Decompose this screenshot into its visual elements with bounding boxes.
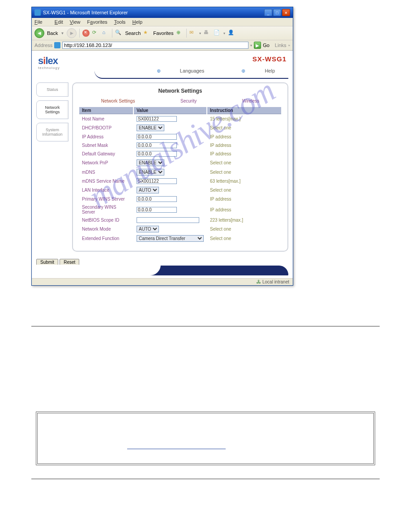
forward-button[interactable]: ► [67, 28, 77, 38]
table-row: Primary WINS ServerIP address [79, 195, 281, 203]
sidebar-item-status[interactable]: Status [36, 82, 68, 97]
field-instruction: 63 letters[max.] [207, 177, 281, 185]
field-instruction: IP address [207, 195, 281, 203]
field-value-cell [134, 216, 206, 224]
product-name: SX-WSG1 [253, 55, 287, 63]
media-icon[interactable]: ⊕ [176, 30, 184, 37]
field-input[interactable] [137, 217, 199, 223]
field-label: Network Mode [79, 225, 133, 233]
field-instruction: IP address [207, 142, 281, 149]
table-row: mDNSENABLESelect one [79, 168, 281, 176]
maximize-button[interactable]: □ [273, 9, 281, 16]
field-value-cell [134, 177, 206, 185]
settings-table: Item Value Instruction Host Name15 lette… [78, 106, 282, 244]
field-label: mDNS Service Name [79, 177, 133, 185]
toolbar: ◄ Back ▼ ► ⟳ ⌂ 🔍 Search ★ Favorites ⊕ ✉ … [32, 26, 293, 40]
info-underline [127, 449, 226, 449]
field-instruction: Select one [207, 159, 281, 167]
menu-view[interactable]: View [70, 19, 81, 25]
favorites-icon[interactable]: ★ [143, 30, 150, 37]
menu-edit[interactable]: Edit [55, 19, 63, 25]
field-value-cell [134, 204, 206, 215]
go-button[interactable]: ▶ [254, 42, 261, 49]
sidebar: Status Network Settings System Informati… [36, 82, 68, 252]
statusbar: 🖧 Local intranet [32, 278, 293, 285]
close-button[interactable]: ✕ [282, 9, 290, 16]
field-instruction: IP address [207, 204, 281, 215]
field-instruction: Select one [207, 124, 281, 132]
field-label: Primary WINS Server [79, 195, 133, 203]
footer-curve [36, 266, 288, 275]
zone-label: Local intranet [262, 279, 289, 284]
ie-icon [34, 9, 41, 16]
field-input[interactable] [137, 207, 177, 213]
field-label: Default Gateway [79, 150, 133, 158]
field-label: Host Name [79, 115, 133, 123]
field-label: LAN Interface [79, 186, 133, 194]
menubar: File Edit View Favorites Tools Help [32, 18, 293, 26]
messenger-icon[interactable]: 👤 [228, 30, 235, 37]
refresh-icon[interactable]: ⟳ [92, 30, 99, 37]
search-icon[interactable]: 🔍 [115, 30, 122, 37]
print-icon[interactable]: 🖶 [204, 30, 211, 37]
col-item: Item [79, 107, 133, 114]
favorites-label: Favorites [153, 30, 173, 36]
languages-link[interactable]: ⊕ Languages [139, 68, 205, 73]
field-input[interactable] [137, 151, 177, 157]
field-select[interactable]: ENABLE [137, 124, 164, 131]
field-value-cell: ENABLE [134, 124, 206, 132]
table-row: Network PnPENABLESelect one [79, 159, 281, 167]
field-select[interactable]: AUTO [137, 226, 159, 232]
field-select[interactable]: AUTO [137, 187, 159, 193]
field-select[interactable]: Camera Direct Transfer [137, 235, 204, 242]
col-instruction: Instruction [207, 107, 281, 114]
sidebar-item-network-settings[interactable]: Network Settings [36, 100, 68, 119]
back-button[interactable]: ◄ [34, 28, 44, 38]
table-row: Network ModeAUTOSelect one [79, 225, 281, 233]
sidebar-item-system-information[interactable]: System Information [36, 123, 68, 142]
subtab-network[interactable]: Network Settings [101, 99, 135, 103]
table-row: mDNS Service Name63 letters[max.] [79, 177, 281, 185]
field-instruction: IP address [207, 133, 281, 141]
field-instruction: Select one [207, 186, 281, 194]
field-input[interactable] [137, 178, 177, 184]
field-select[interactable]: ENABLE [137, 169, 164, 176]
field-value-cell [134, 133, 206, 141]
subtab-wireless[interactable]: Wireless [242, 99, 259, 103]
table-row: Subnet MaskIP address [79, 142, 281, 149]
field-value-cell [134, 115, 206, 123]
field-input[interactable] [137, 116, 177, 122]
menu-favorites[interactable]: Favorites [87, 19, 107, 25]
address-label: Address [34, 43, 52, 48]
divider-2 [31, 479, 380, 479]
menu-tools[interactable]: Tools [114, 19, 126, 25]
field-select[interactable]: ENABLE [137, 159, 164, 166]
search-label: Search [125, 30, 141, 36]
field-value-cell: ENABLE [134, 168, 206, 176]
field-input[interactable] [137, 142, 177, 148]
info-box [36, 412, 375, 465]
field-label: NetBIOS Scope ID [79, 216, 133, 224]
menu-help[interactable]: Help [132, 19, 142, 25]
field-instruction: 15 letters[max.] [207, 115, 281, 123]
field-input[interactable] [137, 134, 177, 140]
links-label: Links [275, 43, 287, 48]
field-value-cell: AUTO [134, 186, 206, 194]
window-titlebar: SX-WSG1 - Microsoft Internet Explorer _ … [32, 7, 293, 18]
minimize-button[interactable]: _ [264, 9, 272, 16]
menu-file[interactable]: File [34, 19, 48, 25]
home-icon[interactable]: ⌂ [102, 30, 109, 37]
edit-icon[interactable]: 📄 [214, 30, 221, 37]
table-row: NetBIOS Scope ID223 letters[max.] [79, 216, 281, 224]
stop-icon[interactable] [82, 30, 90, 37]
header-curve: ⊕ Languages ⊕ Help [94, 71, 288, 79]
divider-1 [31, 326, 380, 326]
mail-icon[interactable]: ✉ [189, 30, 197, 37]
subtab-security[interactable]: Security [180, 99, 197, 103]
address-input[interactable] [62, 42, 248, 49]
brand-logo: silex technology [38, 55, 60, 70]
table-row: Default GatewayIP address [79, 150, 281, 158]
field-input[interactable] [137, 196, 177, 202]
settings-panel: Network Settings Network Settings Securi… [72, 82, 288, 252]
help-link[interactable]: ⊕ Help [223, 68, 275, 73]
